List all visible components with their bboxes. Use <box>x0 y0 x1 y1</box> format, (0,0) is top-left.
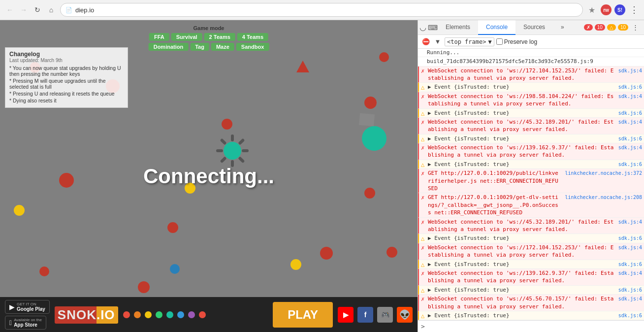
frame-selector[interactable]: <top frame> ▼ <box>445 37 494 46</box>
console-prompt-icon: > <box>421 323 425 330</box>
dot-6 <box>177 311 184 318</box>
browser-toolbar: ← → ↻ ⌂ 📄 diep.io ★ rw S! ⋮ <box>0 0 644 20</box>
line-source[interactable]: sdk.js:4 <box>618 295 642 301</box>
line-content: WebSocket connection to 'ws://198.58.104… <box>428 93 614 108</box>
line-content: WebSocket connection to 'ws://45.32.189.… <box>428 118 614 133</box>
game-shape <box>386 247 397 258</box>
devtools-inspect-button[interactable]: ◡ <box>418 23 428 33</box>
console-filter-button[interactable]: ▼ <box>433 37 443 47</box>
line-source[interactable]: sdk.js:6 <box>618 161 642 167</box>
connecting-text: Connecting... <box>143 165 274 188</box>
svg-rect-2 <box>238 138 245 145</box>
line-source[interactable]: sdk.js:6 <box>618 261 642 267</box>
devtools-settings-button[interactable]: ⋮ <box>630 23 640 33</box>
reload-button[interactable]: ↻ <box>32 4 43 16</box>
tab-sources[interactable]: Sources <box>515 20 553 35</box>
chrome-menu-button[interactable]: ⋮ <box>628 4 640 16</box>
tab-console[interactable]: Console <box>478 20 515 35</box>
console-input[interactable] <box>427 323 641 330</box>
line-source[interactable]: sdk.js:4 <box>618 218 642 225</box>
line-source[interactable]: sdk.js:6 <box>618 312 642 318</box>
line-content: WebSocket connection to 'ws://172.104.15… <box>428 67 614 82</box>
line-icon: ✗ <box>421 169 428 177</box>
tab-more[interactable]: » <box>553 20 572 35</box>
bookmark-button[interactable]: ★ <box>586 4 598 16</box>
game-mode-maze[interactable]: Maze <box>211 43 234 51</box>
game-mode-survival[interactable]: Survival <box>171 33 202 41</box>
line-icon <box>420 58 427 58</box>
warn-count: 10 <box>618 24 628 31</box>
facebook-icon[interactable]: f <box>357 307 373 323</box>
line-source[interactable]: linkchecker.nocache.js:208 <box>565 194 642 200</box>
line-content: WebSocket connection to 'ws://139.162.9.… <box>428 144 614 159</box>
address-bar[interactable]: 📄 diep.io <box>60 3 583 17</box>
preserve-log-label[interactable]: Preserve log <box>496 38 537 45</box>
line-source[interactable]: sdk.js:6 <box>618 83 642 90</box>
google-play-badge[interactable]: ▶ GET IT ON Google Play <box>5 300 50 314</box>
line-source[interactable]: sdk.js:6 <box>618 286 642 293</box>
line-icon: ✗ <box>421 244 428 251</box>
line-source[interactable]: linkchecker.nocache.js:372 <box>565 169 642 176</box>
play-button[interactable]: PLAY <box>273 302 333 328</box>
svg-rect-3 <box>242 149 249 152</box>
line-icon: △ <box>421 135 428 142</box>
back-button[interactable]: ← <box>4 4 16 16</box>
game-shape <box>11 202 27 218</box>
line-icon: △ <box>421 261 428 268</box>
preserve-log-checkbox[interactable] <box>496 38 503 45</box>
line-source[interactable]: sdk.js:4 <box>618 93 642 99</box>
game-social-icon[interactable]: 🎮 <box>377 307 393 323</box>
line-source[interactable]: sdk.js:4 <box>618 144 642 150</box>
line-content: WebSocket connection to 'ws://172.104.15… <box>428 244 614 259</box>
line-content: ▶ Event {isTrusted: true} <box>428 286 614 294</box>
game-mode-domination[interactable]: Domination <box>149 43 189 51</box>
line-source[interactable]: sdk.js:6 <box>618 109 642 116</box>
youtube-icon[interactable]: ▶ <box>338 307 354 323</box>
game-mode-sandbox[interactable]: Sandbox <box>236 43 269 51</box>
line-source[interactable]: sdk.js:4 <box>618 118 642 125</box>
line-source[interactable]: sdk.js:4 <box>618 67 642 73</box>
dot-1 <box>123 311 130 318</box>
dot-2 <box>134 311 141 318</box>
console-output[interactable]: dependencies_test build_71dc87364399b271… <box>418 49 644 320</box>
error-count: 10 <box>595 24 605 31</box>
changelog-item-1: * You can now queue stat upgrades by hol… <box>9 65 124 77</box>
changelog-date: Last updated: March 9th <box>9 58 124 63</box>
line-source[interactable]: sdk.js:6 <box>618 135 642 141</box>
line-icon: △ <box>421 161 428 168</box>
user-avatar-1[interactable]: rw <box>601 4 612 15</box>
game-mode-4teams[interactable]: 4 Teams <box>237 33 268 41</box>
console-clear-button[interactable]: ⛔ <box>421 37 431 47</box>
changelog-box: Changelog Last updated: March 9th * You … <box>5 47 128 108</box>
line-source[interactable]: sdk.js:4 <box>618 269 642 276</box>
svg-point-0 <box>224 142 241 160</box>
snok-logo-text: SNOK <box>58 307 97 322</box>
game-mode-2teams[interactable]: 2 Teams <box>204 33 235 41</box>
snok-logo-suffix: .IO <box>97 307 115 322</box>
game-shape <box>138 281 150 293</box>
game-triangle <box>295 60 310 76</box>
console-line: ✗GET http://127.0.0.1:10029/get-dlv-sett… <box>418 193 644 217</box>
home-button[interactable]: ⌂ <box>45 4 57 16</box>
console-line: △▶ Event {isTrusted: true}sdk.js:6 <box>418 109 644 118</box>
svg-rect-1 <box>231 134 234 141</box>
line-icon: ✗ <box>421 269 428 277</box>
line-icon: ✗ <box>421 144 428 151</box>
reddit-icon[interactable]: 👽 <box>397 307 413 323</box>
line-content: GET http://127.0.0.1:10029/public/linkve… <box>428 169 561 192</box>
nav-buttons: ← → ↻ ⌂ <box>4 4 57 16</box>
banner-logo: SNOK .IO <box>55 300 118 330</box>
line-source[interactable]: sdk.js:6 <box>618 234 642 241</box>
devtools-device-button[interactable]: ⌨ <box>428 23 438 33</box>
app-store-badge[interactable]:  Available on the App Store <box>5 316 46 330</box>
warn-icon: △ <box>421 84 424 91</box>
game-spinner <box>215 133 250 168</box>
svg-rect-6 <box>220 156 227 163</box>
game-mode-tag[interactable]: Tag <box>190 43 209 51</box>
line-source[interactable]: sdk.js:4 <box>618 244 642 250</box>
tab-elements[interactable]: Elements <box>438 20 478 35</box>
forward-button[interactable]: → <box>18 4 30 16</box>
game-mode-ffa[interactable]: FFA <box>149 33 169 41</box>
user-avatar-2[interactable]: S! <box>614 4 625 15</box>
game-mode-bar: Game mode FFA Survival 2 Teams 4 Teams D… <box>149 25 269 51</box>
